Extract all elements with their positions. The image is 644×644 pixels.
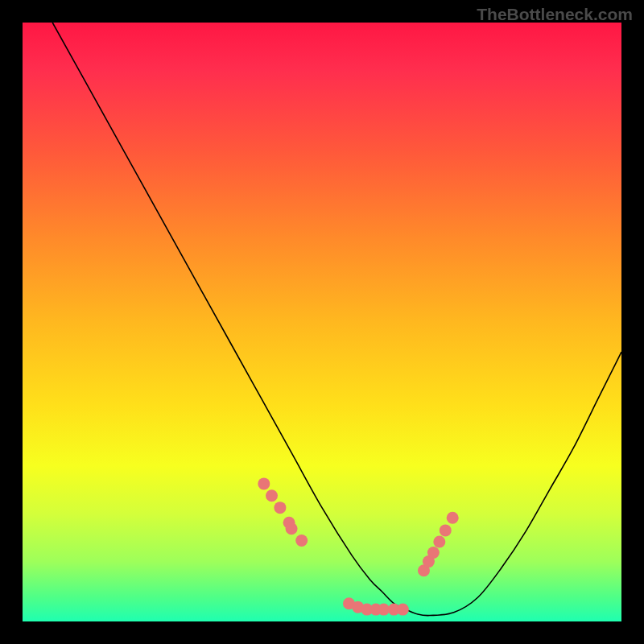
highlight-dot [447,512,459,524]
watermark-text: TheBottleneck.com [477,5,633,24]
highlight-dots [258,477,458,615]
plot-area [23,23,621,621]
bottleneck-curve [52,23,621,616]
highlight-dot [433,536,445,548]
highlight-dot [274,502,286,514]
chart-svg [23,23,621,621]
highlight-dot [286,522,298,535]
highlight-dot [295,535,308,547]
highlight-dot [258,477,270,489]
highlight-dot [266,489,278,502]
highlight-dot [397,604,409,616]
highlight-dot [427,547,440,559]
highlight-dot [440,524,452,536]
